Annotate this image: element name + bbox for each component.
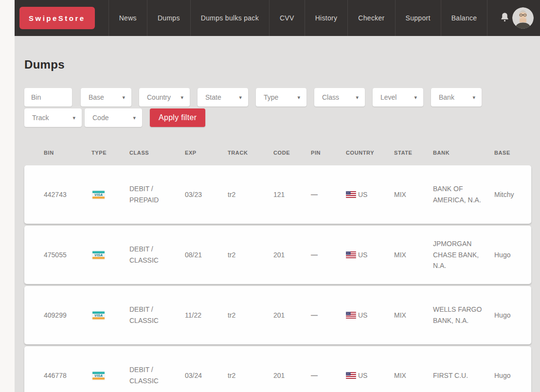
filter-track[interactable]: Track ▾ [24, 108, 82, 127]
bin-input[interactable] [24, 88, 72, 107]
nav-item-label: History [315, 14, 338, 22]
cell-country: US [335, 249, 386, 261]
column-header-track: TRACK [216, 150, 260, 156]
nav-item-history[interactable]: History [305, 0, 348, 36]
filter-country[interactable]: Country ▾ [139, 88, 190, 107]
cell-track: tr2 [216, 370, 260, 381]
us-flag-icon [346, 191, 356, 198]
cell-bin: 442743 [24, 189, 79, 200]
cell-track: tr2 [216, 310, 260, 321]
table-row-409299[interactable]: 409299 VISA DEBIT / CLASSIC 11/22 tr2 20… [24, 286, 531, 344]
cell-pin: — [301, 249, 335, 261]
nav-item-news[interactable]: News [108, 0, 147, 36]
cell-exp: 03/24 [173, 370, 216, 381]
filter-class[interactable]: Class ▾ [314, 88, 365, 107]
nav-item-balance[interactable]: Balance [441, 0, 488, 36]
nav-item-label: Dumps bulks pack [201, 14, 259, 22]
no-pin-dash-icon: — [311, 370, 317, 381]
logo-container: SwipeStore [15, 0, 108, 36]
filter-code[interactable]: Code ▾ [85, 108, 142, 127]
column-header-country: COUNTRY [335, 150, 386, 156]
notifications-button[interactable] [499, 0, 510, 36]
table-row-446778[interactable]: 446778 VISA DEBIT / CLASSIC 03/24 tr2 20… [24, 346, 531, 392]
nav-item-label: Balance [451, 14, 477, 22]
nav-item-checker[interactable]: Checker [347, 0, 395, 36]
chevron-down-icon: ▾ [239, 94, 242, 101]
filter-state[interactable]: State ▾ [198, 88, 248, 107]
svg-text:VISA: VISA [94, 373, 103, 377]
table-header-row: BINTYPECLASSEXPTRACKCODEPINCOUNTRYSTATEB… [24, 140, 531, 165]
chevron-down-icon: ▾ [297, 94, 300, 101]
chevron-down-icon: ▾ [180, 94, 183, 101]
filter-select-label: Type [264, 93, 278, 101]
us-flag-icon [346, 372, 356, 379]
nav-item-label: Checker [358, 14, 384, 22]
cell-type: VISA [79, 310, 116, 321]
filter-select-label: Country [147, 93, 171, 101]
table-row-442743[interactable]: 442743 VISA DEBIT / PREPAID 03/23 tr2 12… [24, 165, 531, 224]
cell-bin: 475055 [24, 249, 79, 261]
cell-state: MIX [386, 249, 421, 261]
nav-item-cvv[interactable]: CVV [269, 0, 305, 36]
visa-card-icon: VISA [91, 371, 106, 381]
nav-item-support[interactable]: Support [395, 0, 441, 36]
visa-card-icon: VISA [91, 310, 106, 321]
no-pin-dash-icon: — [311, 310, 317, 321]
cell-class: DEBIT / CLASSIC [116, 304, 173, 326]
cell-base: Hugo [485, 249, 531, 261]
nav-item-dumps[interactable]: Dumps [147, 0, 190, 36]
filter-bank[interactable]: Bank ▾ [431, 88, 482, 107]
cell-base: Hugo [485, 370, 531, 381]
filter-base[interactable]: Base ▾ [81, 88, 131, 107]
cell-bank: BANK OF AMERICA, N.A. [421, 183, 485, 205]
column-header-pin: PIN [301, 150, 335, 156]
table-row-475055[interactable]: 475055 VISA DEBIT / CLASSIC 08/21 tr2 20… [24, 226, 531, 284]
filter-select-label: Level [380, 93, 396, 101]
visa-card-icon: VISA [91, 250, 106, 260]
filter-level[interactable]: Level ▾ [373, 88, 423, 107]
chevron-down-icon: ▾ [414, 94, 417, 101]
swipestore-logo[interactable]: SwipeStore [19, 7, 95, 29]
filter-bar: Base ▾ Country ▾ State ▾ Type ▾ Class ▾ … [24, 88, 531, 127]
cell-state: MIX [386, 310, 421, 321]
column-header-code: CODE [260, 150, 301, 156]
dumps-table: BINTYPECLASSEXPTRACKCODEPINCOUNTRYSTATEB… [24, 140, 531, 392]
cell-class: DEBIT / PREPAID [116, 183, 173, 205]
cell-bin: 446778 [24, 370, 79, 381]
filter-select-label: State [205, 93, 221, 101]
nav-item-label: Support [406, 14, 431, 22]
cell-state: MIX [386, 189, 421, 200]
no-pin-dash-icon: — [311, 189, 317, 200]
user-menu[interactable] [512, 0, 534, 36]
column-header-base: BASE [485, 150, 531, 156]
cell-country: US [335, 189, 386, 200]
nav-items: News Dumps Dumps bulks pack CVV History … [108, 0, 488, 36]
chevron-down-icon: ▾ [472, 94, 475, 101]
chevron-down-icon: ▾ [356, 94, 359, 101]
cell-bank: WELLS FARGO BANK, N.A. [421, 304, 485, 326]
cell-bin: 409299 [24, 310, 79, 321]
cell-code: 121 [260, 189, 301, 200]
filter-type[interactable]: Type ▾ [256, 88, 306, 107]
no-pin-dash-icon: — [311, 249, 317, 261]
chevron-down-icon: ▾ [133, 115, 136, 121]
apply-filter-button[interactable]: Apply filter [150, 108, 205, 127]
column-header-class: CLASS [116, 150, 173, 156]
column-header-bank: BANK [421, 150, 485, 156]
page-content: Dumps Base ▾ Country ▾ State ▾ Type ▾ Cl… [15, 36, 540, 392]
column-header-state: STATE [386, 150, 421, 156]
cell-class: DEBIT / CLASSIC [116, 244, 173, 266]
cell-bank: FIRST C.U. [421, 370, 485, 381]
nav-item-label: CVV [280, 14, 294, 22]
app-window: SwipeStore News Dumps Dumps bulks pack C… [15, 0, 540, 392]
cell-exp: 03/23 [173, 189, 216, 200]
svg-text:VISA: VISA [94, 252, 103, 257]
cell-code: 201 [260, 249, 301, 261]
column-header-bin: BIN [24, 150, 79, 156]
cell-state: MIX [386, 370, 421, 381]
avatar[interactable] [512, 7, 534, 29]
cell-type: VISA [79, 371, 116, 381]
filter-select-label: Code [92, 114, 108, 122]
nav-item-dumps-bulks-pack[interactable]: Dumps bulks pack [190, 0, 269, 36]
visa-card-icon: VISA [91, 190, 106, 200]
